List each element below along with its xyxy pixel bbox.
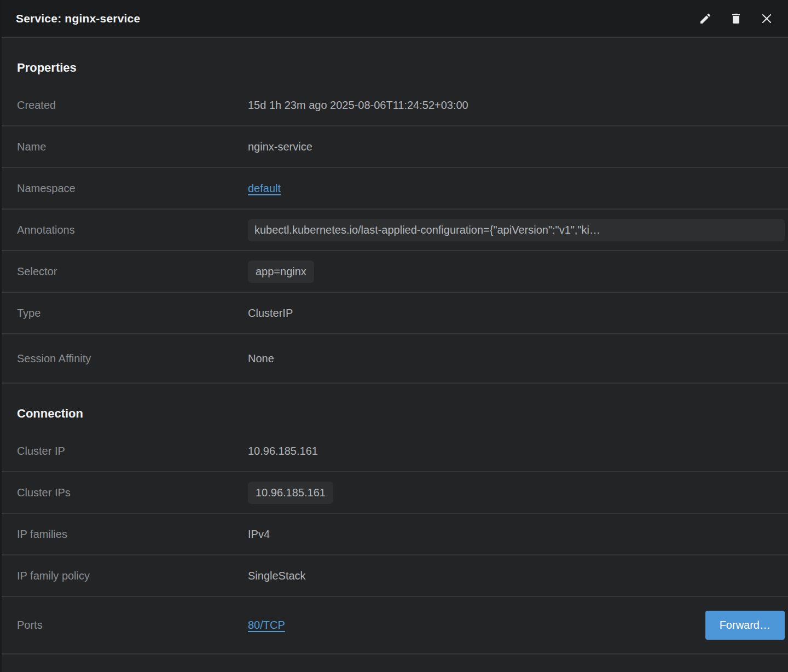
row-selector: Selector app=nginx [2, 251, 788, 293]
row-value: default [248, 182, 785, 195]
row-value: 15d 1h 23m ago 2025-08-06T11:24:52+03:00 [248, 99, 785, 112]
row-value: app=nginx [248, 260, 785, 283]
section-properties: Properties Created 15d 1h 23m ago 2025-0… [2, 38, 788, 384]
row-label: Session Affinity [17, 352, 248, 365]
row-value: nginx-service [248, 141, 785, 153]
row-value: None [248, 352, 785, 365]
row-created: Created 15d 1h 23m ago 2025-08-06T11:24:… [2, 85, 788, 126]
row-label: Name [17, 141, 248, 153]
row-value: 10.96.185.161 [248, 482, 785, 504]
row-session-affinity: Session Affinity None [2, 334, 788, 384]
drawer-title: Service: nginx-service [16, 12, 698, 25]
close-button[interactable] [760, 11, 774, 26]
session-affinity-value: None [248, 352, 274, 365]
ip-families-value: IPv4 [248, 528, 270, 541]
row-cluster-ip: Cluster IP 10.96.185.161 [2, 431, 788, 472]
row-cluster-ips: Cluster IPs 10.96.185.161 [2, 472, 788, 514]
section-title: Properties [2, 38, 788, 85]
port-link[interactable]: 80/TCP [248, 619, 285, 632]
type-value: ClusterIP [248, 307, 293, 320]
pencil-icon [699, 12, 712, 25]
row-value: SingleStack [248, 570, 785, 582]
created-value: 15d 1h 23m ago 2025-08-06T11:24:52+03:00 [248, 99, 468, 112]
row-label: Annotations [17, 224, 248, 236]
row-ports: Ports 80/TCP Forward… [2, 597, 788, 654]
row-label: Selector [17, 265, 248, 278]
selector-badge: app=nginx [248, 260, 314, 283]
row-value: 80/TCP Forward… [248, 611, 785, 640]
header-actions [698, 11, 774, 26]
row-value: IPv4 [248, 528, 785, 541]
edit-button[interactable] [698, 11, 712, 26]
row-value: ClusterIP [248, 307, 785, 320]
trash-icon [729, 12, 743, 25]
forward-button[interactable]: Forward… [705, 611, 785, 640]
row-label: Cluster IPs [17, 486, 248, 499]
section-title: Connection [2, 384, 788, 431]
row-namespace: Namespace default [2, 168, 788, 210]
row-annotations: Annotations kubectl.kubernetes.io/last-a… [2, 210, 788, 251]
row-value: 10.96.185.161 [248, 445, 785, 457]
close-icon [760, 11, 774, 26]
service-details-drawer: Service: nginx-service Properties C [0, 0, 788, 672]
namespace-link[interactable]: default [248, 182, 281, 195]
drawer-header: Service: nginx-service [2, 0, 788, 38]
row-label: Type [17, 307, 248, 320]
cluster-ips-badge: 10.96.185.161 [248, 482, 333, 504]
section-connection: Connection Cluster IP 10.96.185.161 Clus… [2, 384, 788, 654]
row-ip-family-policy: IP family policy SingleStack [2, 555, 788, 597]
row-label: IP family policy [17, 570, 248, 582]
ip-family-policy-value: SingleStack [248, 570, 306, 582]
row-type: Type ClusterIP [2, 293, 788, 334]
row-label: Created [17, 99, 248, 112]
row-label: Namespace [17, 182, 248, 195]
row-label: Cluster IP [17, 445, 248, 457]
row-value: kubectl.kubernetes.io/last-applied-confi… [248, 219, 785, 241]
annotations-badge: kubectl.kubernetes.io/last-applied-confi… [248, 219, 785, 241]
row-label: IP families [17, 528, 248, 541]
name-value: nginx-service [248, 141, 312, 153]
delete-button[interactable] [729, 11, 743, 26]
row-name: Name nginx-service [2, 126, 788, 168]
row-ip-families: IP families IPv4 [2, 514, 788, 555]
row-label: Ports [17, 619, 248, 632]
cluster-ip-value: 10.96.185.161 [248, 445, 318, 457]
